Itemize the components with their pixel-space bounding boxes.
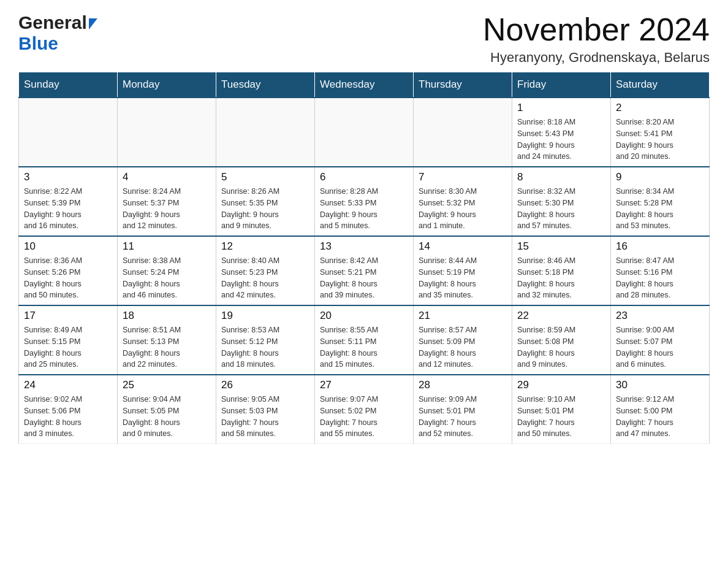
weekday-header-saturday: Saturday	[611, 72, 710, 98]
day-info: Sunrise: 8:30 AM Sunset: 5:32 PM Dayligh…	[419, 186, 507, 232]
day-number: 6	[320, 171, 408, 183]
day-number: 13	[320, 240, 408, 253]
calendar-cell: 15Sunrise: 8:46 AM Sunset: 5:18 PM Dayli…	[512, 236, 611, 305]
day-info: Sunrise: 8:34 AM Sunset: 5:28 PM Dayligh…	[616, 186, 704, 232]
day-number: 4	[123, 171, 211, 183]
day-number: 14	[419, 240, 507, 253]
calendar-cell: 16Sunrise: 8:47 AM Sunset: 5:16 PM Dayli…	[611, 236, 710, 305]
day-info: Sunrise: 9:04 AM Sunset: 5:05 PM Dayligh…	[123, 394, 211, 440]
calendar-cell	[216, 98, 315, 167]
day-info: Sunrise: 8:47 AM Sunset: 5:16 PM Dayligh…	[616, 255, 704, 301]
calendar-cell: 4Sunrise: 8:24 AM Sunset: 5:37 PM Daylig…	[118, 167, 216, 236]
day-number: 19	[221, 310, 309, 322]
calendar-cell: 18Sunrise: 8:51 AM Sunset: 5:13 PM Dayli…	[118, 305, 216, 375]
day-number: 10	[24, 240, 112, 253]
calendar-week-1: 1Sunrise: 8:18 AM Sunset: 5:43 PM Daylig…	[19, 98, 710, 167]
logo-blue: Blue	[18, 33, 58, 53]
calendar-cell: 25Sunrise: 9:04 AM Sunset: 5:05 PM Dayli…	[118, 375, 216, 444]
day-number: 22	[517, 310, 605, 322]
calendar-week-5: 24Sunrise: 9:02 AM Sunset: 5:06 PM Dayli…	[19, 375, 710, 444]
day-number: 18	[123, 310, 211, 322]
day-info: Sunrise: 8:20 AM Sunset: 5:41 PM Dayligh…	[616, 117, 704, 163]
calendar-cell: 12Sunrise: 8:40 AM Sunset: 5:23 PM Dayli…	[216, 236, 315, 305]
weekday-header-thursday: Thursday	[414, 72, 512, 98]
day-info: Sunrise: 8:18 AM Sunset: 5:43 PM Dayligh…	[517, 117, 605, 163]
day-number: 30	[616, 379, 704, 391]
day-info: Sunrise: 8:57 AM Sunset: 5:09 PM Dayligh…	[419, 324, 507, 370]
calendar-cell	[414, 98, 512, 167]
weekday-header-friday: Friday	[512, 72, 611, 98]
day-number: 12	[221, 240, 309, 253]
calendar-cell: 9Sunrise: 8:34 AM Sunset: 5:28 PM Daylig…	[611, 167, 710, 236]
day-info: Sunrise: 8:49 AM Sunset: 5:15 PM Dayligh…	[24, 324, 112, 370]
day-info: Sunrise: 8:36 AM Sunset: 5:26 PM Dayligh…	[24, 255, 112, 301]
calendar-cell: 17Sunrise: 8:49 AM Sunset: 5:15 PM Dayli…	[19, 305, 118, 375]
day-info: Sunrise: 8:38 AM Sunset: 5:24 PM Dayligh…	[123, 255, 211, 301]
calendar-week-3: 10Sunrise: 8:36 AM Sunset: 5:26 PM Dayli…	[19, 236, 710, 305]
day-number: 27	[320, 379, 408, 391]
day-info: Sunrise: 8:40 AM Sunset: 5:23 PM Dayligh…	[221, 255, 309, 301]
day-number: 21	[419, 310, 507, 322]
day-info: Sunrise: 9:10 AM Sunset: 5:01 PM Dayligh…	[517, 394, 605, 440]
day-info: Sunrise: 9:07 AM Sunset: 5:02 PM Dayligh…	[320, 394, 408, 440]
calendar-cell: 10Sunrise: 8:36 AM Sunset: 5:26 PM Dayli…	[19, 236, 118, 305]
calendar-cell: 8Sunrise: 8:32 AM Sunset: 5:30 PM Daylig…	[512, 167, 611, 236]
day-info: Sunrise: 8:26 AM Sunset: 5:35 PM Dayligh…	[221, 186, 309, 232]
calendar-cell: 5Sunrise: 8:26 AM Sunset: 5:35 PM Daylig…	[216, 167, 315, 236]
calendar-table: SundayMondayTuesdayWednesdayThursdayFrid…	[18, 72, 710, 444]
calendar-cell: 7Sunrise: 8:30 AM Sunset: 5:32 PM Daylig…	[414, 167, 512, 236]
calendar-cell: 3Sunrise: 8:22 AM Sunset: 5:39 PM Daylig…	[19, 167, 118, 236]
day-number: 2	[616, 102, 704, 114]
calendar-cell	[19, 98, 118, 167]
day-number: 24	[24, 379, 112, 391]
calendar-cell: 28Sunrise: 9:09 AM Sunset: 5:01 PM Dayli…	[414, 375, 512, 444]
calendar-cell: 30Sunrise: 9:12 AM Sunset: 5:00 PM Dayli…	[611, 375, 710, 444]
calendar-cell	[315, 98, 414, 167]
calendar-cell: 13Sunrise: 8:42 AM Sunset: 5:21 PM Dayli…	[315, 236, 414, 305]
day-number: 28	[419, 379, 507, 391]
calendar-cell: 19Sunrise: 8:53 AM Sunset: 5:12 PM Dayli…	[216, 305, 315, 375]
logo-icon	[89, 18, 97, 29]
day-info: Sunrise: 8:53 AM Sunset: 5:12 PM Dayligh…	[221, 324, 309, 370]
title-area: November 2024 Hyeranyony, Grodnenskaya, …	[483, 12, 710, 66]
logo: General Blue	[18, 12, 97, 54]
day-number: 1	[517, 102, 605, 114]
calendar-week-4: 17Sunrise: 8:49 AM Sunset: 5:15 PM Dayli…	[19, 305, 710, 375]
day-info: Sunrise: 9:00 AM Sunset: 5:07 PM Dayligh…	[616, 324, 704, 370]
logo-general: General	[18, 12, 87, 33]
day-info: Sunrise: 8:24 AM Sunset: 5:37 PM Dayligh…	[123, 186, 211, 232]
weekday-header-wednesday: Wednesday	[315, 72, 414, 98]
day-info: Sunrise: 9:05 AM Sunset: 5:03 PM Dayligh…	[221, 394, 309, 440]
day-number: 9	[616, 171, 704, 183]
day-info: Sunrise: 9:02 AM Sunset: 5:06 PM Dayligh…	[24, 394, 112, 440]
day-number: 17	[24, 310, 112, 322]
calendar-cell: 1Sunrise: 8:18 AM Sunset: 5:43 PM Daylig…	[512, 98, 611, 167]
day-number: 8	[517, 171, 605, 183]
calendar-cell	[118, 98, 216, 167]
calendar-cell: 23Sunrise: 9:00 AM Sunset: 5:07 PM Dayli…	[611, 305, 710, 375]
day-info: Sunrise: 9:12 AM Sunset: 5:00 PM Dayligh…	[616, 394, 704, 440]
day-info: Sunrise: 8:55 AM Sunset: 5:11 PM Dayligh…	[320, 324, 408, 370]
day-number: 16	[616, 240, 704, 253]
page-title: November 2024	[483, 12, 710, 47]
day-number: 15	[517, 240, 605, 253]
calendar-cell: 6Sunrise: 8:28 AM Sunset: 5:33 PM Daylig…	[315, 167, 414, 236]
calendar-cell: 21Sunrise: 8:57 AM Sunset: 5:09 PM Dayli…	[414, 305, 512, 375]
calendar-cell: 24Sunrise: 9:02 AM Sunset: 5:06 PM Dayli…	[19, 375, 118, 444]
day-number: 3	[24, 171, 112, 183]
day-info: Sunrise: 8:42 AM Sunset: 5:21 PM Dayligh…	[320, 255, 408, 301]
calendar-cell: 26Sunrise: 9:05 AM Sunset: 5:03 PM Dayli…	[216, 375, 315, 444]
day-info: Sunrise: 8:59 AM Sunset: 5:08 PM Dayligh…	[517, 324, 605, 370]
calendar-cell: 29Sunrise: 9:10 AM Sunset: 5:01 PM Dayli…	[512, 375, 611, 444]
day-info: Sunrise: 8:32 AM Sunset: 5:30 PM Dayligh…	[517, 186, 605, 232]
weekday-header-sunday: Sunday	[19, 72, 118, 98]
day-number: 29	[517, 379, 605, 391]
calendar-cell: 2Sunrise: 8:20 AM Sunset: 5:41 PM Daylig…	[611, 98, 710, 167]
calendar-week-2: 3Sunrise: 8:22 AM Sunset: 5:39 PM Daylig…	[19, 167, 710, 236]
day-info: Sunrise: 8:44 AM Sunset: 5:19 PM Dayligh…	[419, 255, 507, 301]
calendar-cell: 22Sunrise: 8:59 AM Sunset: 5:08 PM Dayli…	[512, 305, 611, 375]
day-info: Sunrise: 9:09 AM Sunset: 5:01 PM Dayligh…	[419, 394, 507, 440]
day-number: 26	[221, 379, 309, 391]
weekday-header-monday: Monday	[118, 72, 216, 98]
day-number: 5	[221, 171, 309, 183]
